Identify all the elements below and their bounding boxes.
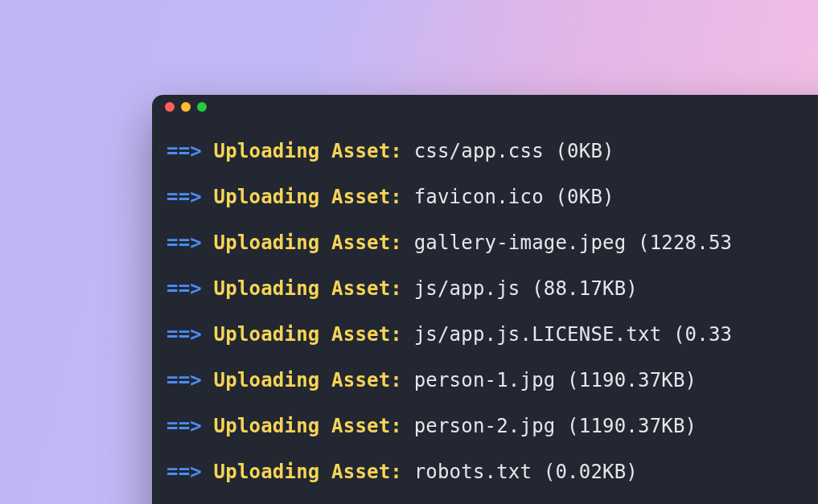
asset-value: gallery-image.jpeg (1228.53 <box>414 232 733 254</box>
output-line: ==> Uploading Asset: favicon.ico (0KB) <box>166 187 818 207</box>
upload-label: Uploading Asset: <box>214 232 402 254</box>
output-line: ==> Uploading Asset: person-2.jpg (1190.… <box>166 416 818 436</box>
arrow-icon: ==> <box>166 369 202 391</box>
title-bar: nunomaduro@nunomaduro:~/Work/code/pla <box>152 95 818 119</box>
traffic-lights <box>165 102 207 112</box>
minimize-icon[interactable] <box>181 102 191 112</box>
asset-value: favicon.ico (0KB) <box>414 186 615 208</box>
arrow-icon: ==> <box>166 232 202 254</box>
output-line: ==> Uploading Asset: robots.txt (0.02KB) <box>166 462 818 481</box>
arrow-icon: ==> <box>166 323 202 346</box>
terminal-window: nunomaduro@nunomaduro:~/Work/code/pla ==… <box>152 95 818 504</box>
arrow-icon: ==> <box>166 461 202 483</box>
upload-label: Uploading Asset: <box>214 461 402 483</box>
output-line: ==> Uploading Asset: css/app.css (0KB) <box>166 141 818 161</box>
asset-value: js/app.js (88.17KB) <box>414 277 638 300</box>
upload-label: Uploading Asset: <box>214 277 402 300</box>
asset-value: js/app.js.LICENSE.txt (0.33 <box>414 323 733 346</box>
output-line: ==> Uploading Asset: js/app.js (88.17KB) <box>166 279 818 298</box>
upload-label: Uploading Asset: <box>214 369 402 391</box>
output-line: ==> Uploading Asset: person-1.jpg (1190.… <box>166 371 818 390</box>
asset-value: css/app.css (0KB) <box>414 140 615 162</box>
arrow-icon: ==> <box>166 415 202 437</box>
close-icon[interactable] <box>165 102 175 112</box>
terminal-output: ==> Uploading Asset: css/app.css (0KB) =… <box>152 119 818 504</box>
output-line: ==> Uploading Asset: js/app.js.LICENSE.t… <box>166 325 818 344</box>
upload-label: Uploading Asset: <box>214 140 402 162</box>
upload-label: Uploading Asset: <box>214 415 402 437</box>
output-line: ==> Uploading Asset: gallery-image.jpeg … <box>166 233 818 252</box>
arrow-icon: ==> <box>166 277 202 300</box>
arrow-icon: ==> <box>166 140 202 162</box>
maximize-icon[interactable] <box>197 102 207 112</box>
upload-label: Uploading Asset: <box>214 186 402 208</box>
arrow-icon: ==> <box>166 186 202 208</box>
asset-value: person-1.jpg (1190.37KB) <box>414 369 697 391</box>
upload-label: Uploading Asset: <box>214 323 402 346</box>
asset-value: robots.txt (0.02KB) <box>414 461 638 483</box>
asset-value: person-2.jpg (1190.37KB) <box>414 415 697 437</box>
